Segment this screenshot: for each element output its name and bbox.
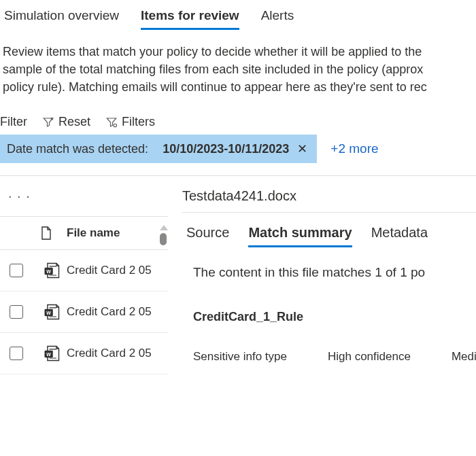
more-filters-link[interactable]: +2 more: [330, 141, 378, 156]
svg-text:W: W: [46, 269, 51, 274]
row-checkbox[interactable]: [10, 264, 23, 277]
subtab-source[interactable]: Source: [186, 225, 229, 247]
row-checkbox[interactable]: [10, 347, 23, 360]
row-checkbox[interactable]: [10, 305, 23, 319]
file-list-pane: · · · File name W Credit Card 2 05 W Cre…: [0, 176, 169, 434]
svg-text:W: W: [46, 311, 51, 315]
row-filename: Credit Card 2 05: [67, 347, 152, 360]
column-header-filename[interactable]: File name: [67, 226, 120, 240]
row-filename: Credit Card 2 05: [67, 264, 152, 277]
details-tabs: Source Match summary Metadata: [182, 213, 476, 247]
applied-filters-row: Date match was detected: 10/10/2023-10/1…: [0, 135, 476, 175]
main-tabs: Simulation overview Items for review Ale…: [0, 0, 476, 31]
scroll-thumb[interactable]: [160, 233, 167, 245]
th-high-confidence: High confidence: [328, 350, 411, 364]
filter-toolbar: Filter Reset Filters: [0, 96, 476, 135]
tab-simulation-overview[interactable]: Simulation overview: [4, 5, 119, 30]
reset-button[interactable]: Reset: [42, 115, 90, 129]
rule-name: CreditCard_1_Rule: [182, 280, 476, 324]
th-medium: Mediur: [452, 350, 476, 364]
tab-alerts[interactable]: Alerts: [261, 5, 294, 30]
funnel-x-icon: [42, 116, 54, 128]
details-pane: Testdata4241.docx Source Match summary M…: [169, 176, 476, 434]
chip-remove-icon[interactable]: ✕: [294, 141, 310, 156]
filter-label: Filter: [0, 115, 27, 129]
word-file-icon: W: [42, 261, 61, 280]
table-row[interactable]: W Credit Card 2 05: [0, 333, 168, 374]
desc-line: sample of the total matching files from …: [3, 60, 473, 78]
chip-label: Date match was detected:: [7, 142, 148, 156]
reset-label: Reset: [58, 115, 90, 129]
chip-value: 10/10/2023-10/11/2023: [163, 142, 289, 156]
desc-line: Review items that match your policy to d…: [3, 43, 473, 60]
word-file-icon: W: [42, 344, 61, 363]
scrollbar[interactable]: [160, 225, 167, 245]
tab-items-for-review[interactable]: Items for review: [141, 5, 239, 30]
table-row[interactable]: W Credit Card 2 05: [0, 250, 168, 292]
subtab-metadata[interactable]: Metadata: [371, 225, 428, 247]
file-type-column-icon: [41, 226, 52, 240]
scroll-up-icon[interactable]: [160, 225, 168, 230]
th-sensitive-info-type: Sensitive info type: [193, 350, 287, 364]
table-row[interactable]: W Credit Card 2 05: [0, 292, 168, 333]
column-header-row: File name: [0, 217, 168, 250]
subtab-match-summary[interactable]: Match summary: [248, 225, 352, 247]
filter-button[interactable]: Filter: [0, 115, 27, 129]
svg-point-0: [114, 124, 117, 127]
content-split: · · · File name W Credit Card 2 05 W Cre…: [0, 175, 476, 434]
word-file-icon: W: [42, 302, 61, 321]
match-summary-text: The content in this file matches 1 of 1 …: [182, 247, 476, 280]
list-actions: · · ·: [0, 176, 168, 217]
sensitive-info-header: Sensitive info type High confidence Medi…: [182, 324, 476, 364]
funnel-gear-icon: [105, 116, 118, 128]
desc-line: policy rule). Matching emails will conti…: [3, 78, 473, 96]
more-actions-icon[interactable]: · · ·: [8, 188, 31, 204]
row-filename: Credit Card 2 05: [67, 305, 152, 319]
page-description: Review items that match your policy to d…: [0, 31, 476, 96]
filters-label: Filters: [122, 115, 155, 129]
svg-text:W: W: [46, 352, 51, 357]
details-file-title: Testdata4241.docx: [182, 188, 476, 212]
filters-button[interactable]: Filters: [105, 115, 155, 129]
date-filter-chip: Date match was detected: 10/10/2023-10/1…: [0, 135, 317, 163]
